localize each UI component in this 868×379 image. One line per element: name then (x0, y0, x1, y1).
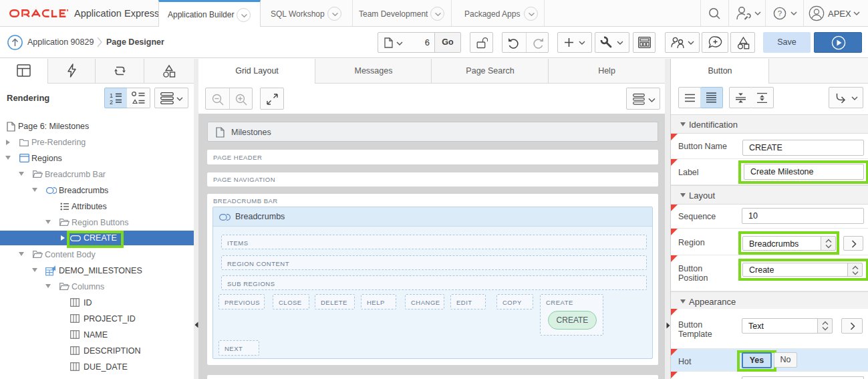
svg-text:?: ? (778, 9, 782, 17)
svg-text:2: 2 (110, 99, 113, 105)
svg-text:1: 1 (110, 92, 113, 99)
